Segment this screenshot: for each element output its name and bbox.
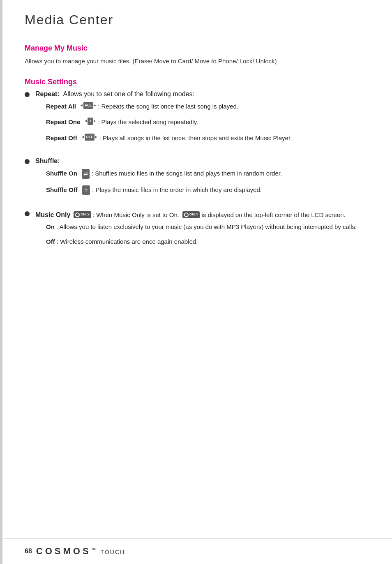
- repeat-off-icon: ◄ OFF ►: [81, 134, 98, 141]
- shuffle-sub-items: Shuffle On ⇄ : Shuffles music files in t…: [46, 169, 282, 195]
- shuffle-on-label: Shuffle On: [46, 169, 77, 178]
- off-desc: : Wireless communications are once again…: [57, 238, 198, 245]
- repeat-off-item: Repeat Off ◄ OFF ► : Plays all songs in …: [46, 134, 292, 143]
- repeat-sub-items: Repeat All ◄ ALL ► : Repeats the song li…: [46, 102, 292, 143]
- page-title: Media Center: [25, 12, 367, 32]
- repeat-all-desc: : Repeats the song list once the last so…: [98, 102, 292, 111]
- repeat-bullet-item: Repeat: Allows you to set one of the fol…: [25, 90, 367, 150]
- shuffle-on-icon: ⇄: [82, 169, 90, 179]
- on-item: On : Allows you to listen exclusively to…: [46, 222, 367, 232]
- shuffle-label: Shuffle:: [35, 157, 60, 164]
- on-off-items: On : Allows you to listen exclusively to…: [46, 222, 367, 247]
- footer-brand: COSMOS™ TOUCH: [36, 546, 125, 557]
- music-settings-heading: Music Settings: [25, 78, 367, 86]
- music-only-desc: : When Music Only is set to On.: [93, 210, 179, 220]
- footer-brand-touch: ™: [91, 547, 97, 552]
- shuffle-off-desc: : Plays the music files in the order in …: [92, 185, 282, 195]
- shuffle-off-item: Shuffle Off ≡ : Plays the music files in…: [46, 185, 282, 195]
- bullet-dot: [25, 92, 30, 97]
- icon-circle-1: [75, 213, 80, 217]
- music-only-bullet-item: Music Only ONLY : When Music Only is set…: [25, 210, 367, 252]
- only-text-1: ONLY: [81, 212, 90, 217]
- manage-my-music-section: Manage My Music Allows you to manage you…: [25, 44, 367, 66]
- repeat-one-desc: : Plays the selected song repeatedly.: [98, 118, 292, 127]
- settings-list: Repeat: Allows you to set one of the fol…: [25, 90, 367, 252]
- repeat-off-label: Repeat Off: [46, 134, 77, 143]
- manage-my-music-desc: Allows you to manage your music files. (…: [25, 57, 367, 66]
- music-only-desc2: is displayed on the top-left corner of t…: [201, 210, 345, 220]
- shuffle-on-desc: : Shuffles music files in the songs list…: [92, 169, 282, 178]
- repeat-label: Repeat: Allows you to set one of the fol…: [35, 90, 194, 97]
- repeat-one-icon: ◄ 1 ►: [84, 118, 97, 125]
- repeat-all-icon: ◄ ALL ►: [80, 102, 97, 109]
- only-text-2: ONLY: [189, 212, 198, 217]
- icon-circle-2: [184, 213, 189, 217]
- repeat-all-item: Repeat All ◄ ALL ► : Repeats the song li…: [46, 102, 292, 111]
- shuffle-content: Shuffle: Shuffle On ⇄ : Shuffles music f…: [35, 157, 282, 201]
- music-only-label: Music Only: [35, 210, 70, 220]
- repeat-off-desc: : Plays all songs in the list once, then…: [99, 134, 292, 143]
- footer-page-number: 68: [25, 548, 32, 555]
- on-desc: : Allows you to listen exclusively to yo…: [56, 223, 357, 230]
- footer: 68 COSMOS™ TOUCH: [0, 538, 392, 564]
- shuffle-off-icon: ≡: [82, 185, 90, 195]
- footer-touch: TOUCH: [101, 549, 125, 555]
- music-settings-section: Music Settings Repeat: Allows you to set…: [25, 78, 367, 252]
- footer-brand-name: COSMOS: [36, 546, 91, 556]
- repeat-desc-text: Allows you to set one of the following m…: [63, 90, 194, 97]
- on-label: On: [46, 223, 55, 230]
- off-item: Off : Wireless communications are once a…: [46, 237, 367, 247]
- repeat-one-item: Repeat One ◄ 1 ► : Plays the selected so…: [46, 118, 292, 127]
- repeat-all-label: Repeat All: [46, 102, 76, 111]
- manage-my-music-heading: Manage My Music: [25, 44, 367, 53]
- shuffle-on-item: Shuffle On ⇄ : Shuffles music files in t…: [46, 169, 282, 179]
- bullet-dot-music-only: [25, 211, 30, 216]
- shuffle-bullet-item: Shuffle: Shuffle On ⇄ : Shuffles music f…: [25, 157, 367, 201]
- shuffle-off-label: Shuffle Off: [46, 185, 78, 195]
- music-only-icon-1: ONLY: [74, 211, 91, 218]
- off-label: Off: [46, 238, 55, 245]
- repeat-content: Repeat: Allows you to set one of the fol…: [35, 90, 292, 150]
- repeat-one-label: Repeat One: [46, 118, 80, 127]
- left-bar: [0, 0, 2, 564]
- music-only-icon-2: ONLY: [182, 211, 200, 218]
- bullet-dot-shuffle: [25, 159, 30, 164]
- music-only-content: Music Only ONLY : When Music Only is set…: [35, 210, 367, 252]
